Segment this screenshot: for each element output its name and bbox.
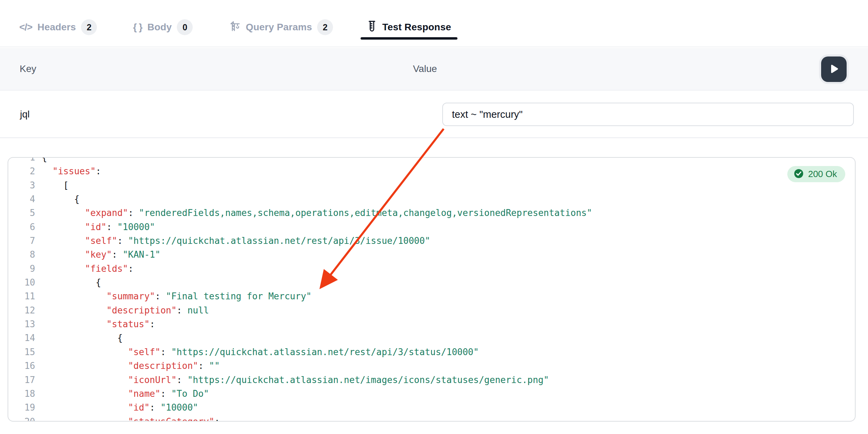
line-number: 14 — [8, 331, 35, 345]
line-number: 8 — [8, 248, 35, 261]
code-line: 12 "description": null — [8, 303, 855, 317]
code-line: 1{ — [8, 157, 855, 164]
line-number: 13 — [8, 317, 35, 331]
line-number: 17 — [8, 373, 35, 387]
tab-body[interactable]: { } Body 0 — [133, 17, 193, 38]
code-line: 3 [ — [8, 178, 855, 192]
line-number: 15 — [8, 345, 35, 359]
status-badge: 200 Ok — [787, 166, 845, 182]
tab-body-label: Body — [148, 22, 172, 33]
run-request-button[interactable] — [821, 56, 847, 82]
code-line: 5 "expand": "renderedFields,names,schema… — [8, 206, 855, 220]
tab-test-response-label: Test Response — [382, 22, 451, 33]
key-column-header: Key — [20, 48, 36, 90]
line-number: 7 — [8, 234, 35, 248]
code-line: 10 { — [8, 276, 855, 289]
tab-query-params[interactable]: Query Params 2 — [230, 17, 333, 38]
code-line: 20 "statusCategory": — [8, 415, 855, 422]
response-json-viewer[interactable]: 1{2 "issues":3 [4 {5 "expand": "rendered… — [8, 157, 856, 422]
value-column-header: Value — [413, 48, 437, 90]
line-number: 18 — [8, 387, 35, 401]
curly-braces-icon: { } — [133, 22, 142, 33]
code-line: 11 "summary": "Final testing for Mercury… — [8, 289, 855, 303]
json-code-content: 1{2 "issues":3 [4 {5 "expand": "rendered… — [8, 157, 855, 422]
line-number: 11 — [8, 289, 35, 303]
headers-count-badge: 2 — [81, 19, 97, 35]
line-number: 4 — [8, 192, 35, 206]
line-number: 16 — [8, 359, 35, 373]
play-icon — [829, 64, 839, 75]
code-line: 7 "self": "https://quickchat.atlassian.n… — [8, 234, 855, 248]
code-line: 13 "status": — [8, 317, 855, 331]
tab-headers[interactable]: </> Headers 2 — [19, 17, 97, 38]
test-tube-icon — [367, 20, 377, 34]
body-count-badge: 0 — [177, 19, 193, 35]
check-circle-icon — [794, 168, 804, 180]
code-line: 8 "key": "KAN-1" — [8, 248, 855, 261]
request-tab-bar: </> Headers 2 { } Body 0 Query Pa — [0, 0, 868, 47]
line-number: 12 — [8, 303, 35, 317]
tab-test-response[interactable]: Test Response — [361, 17, 457, 38]
param-key-label: jql — [20, 91, 30, 137]
code-line: 14 { — [8, 331, 855, 345]
line-number: 20 — [8, 415, 35, 422]
line-number: 6 — [8, 220, 35, 234]
param-row-jql: jql — [0, 91, 868, 138]
code-line: 16 "description": "" — [8, 359, 855, 373]
line-number: 2 — [8, 164, 35, 178]
line-number: 9 — [8, 262, 35, 276]
line-number: 19 — [8, 401, 35, 414]
query-params-count-badge: 2 — [317, 19, 333, 35]
code-line: 19 "id": "10000" — [8, 401, 855, 414]
tab-query-params-label: Query Params — [246, 22, 312, 33]
code-line: 2 "issues": — [8, 164, 855, 178]
param-value-input[interactable] — [442, 103, 854, 126]
line-number: 5 — [8, 206, 35, 220]
code-line: 15 "self": "https://quickchat.atlassian.… — [8, 345, 855, 359]
code-line: 18 "name": "To Do" — [8, 387, 855, 401]
code-line: 4 { — [8, 192, 855, 206]
code-slash-icon: </> — [19, 22, 32, 33]
status-code-text: 200 Ok — [808, 169, 837, 179]
api-request-panel: </> Headers 2 { } Body 0 Query Pa — [0, 0, 868, 434]
tab-headers-label: Headers — [37, 22, 76, 33]
crane-icon — [230, 21, 241, 33]
code-line: 6 "id": "10000" — [8, 220, 855, 234]
code-line: 17 "iconUrl": "https://quickchat.atlassi… — [8, 373, 855, 387]
line-number: 10 — [8, 276, 35, 289]
code-line: 9 "fields": — [8, 262, 855, 276]
line-number: 3 — [8, 178, 35, 192]
line-number: 1 — [8, 157, 35, 164]
params-table-header: Key Value — [0, 48, 868, 91]
